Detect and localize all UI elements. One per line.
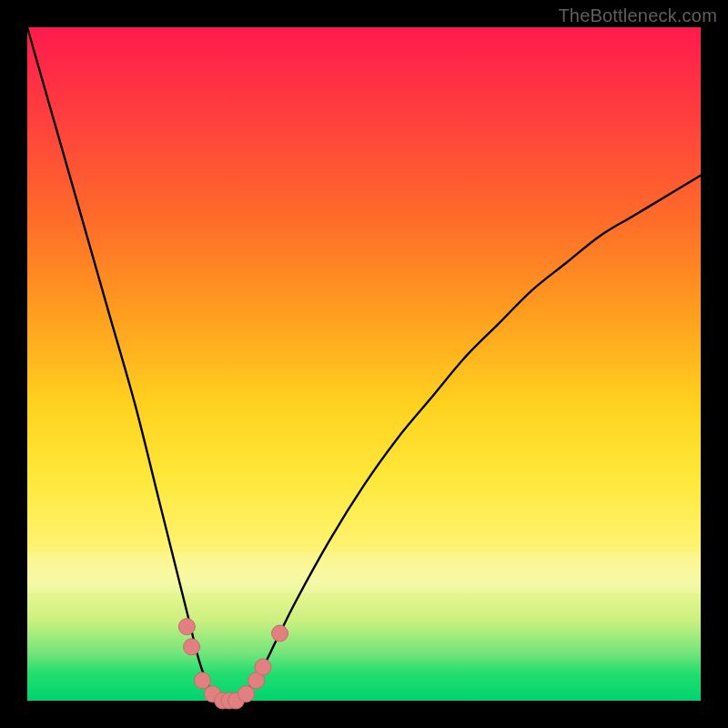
data-marker xyxy=(255,659,271,675)
data-marker xyxy=(272,625,288,642)
data-marker xyxy=(238,686,255,703)
data-marker xyxy=(184,639,200,655)
data-marker xyxy=(194,672,210,689)
chart-stage: TheBottleneck.com xyxy=(0,0,728,728)
chart-overlay xyxy=(27,27,701,701)
watermark-text: TheBottleneck.com xyxy=(558,5,717,26)
data-marker xyxy=(178,619,195,635)
bottleneck-curve xyxy=(27,27,701,701)
data-markers xyxy=(178,619,288,709)
